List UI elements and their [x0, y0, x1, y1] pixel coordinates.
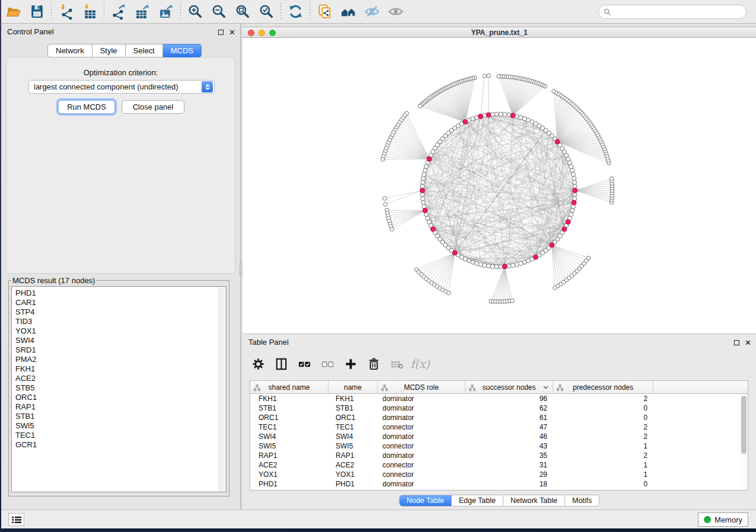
graph-node[interactable] — [511, 263, 515, 267]
mcds-result-item[interactable]: SWI5 — [15, 421, 226, 431]
graph-hub-node[interactable] — [478, 114, 483, 118]
search-input[interactable] — [614, 8, 741, 16]
graph-hub-node[interactable] — [452, 251, 457, 255]
add-column-button[interactable] — [341, 354, 361, 374]
graph-node[interactable] — [519, 116, 523, 120]
mcds-result-item[interactable]: TEC1 — [15, 431, 226, 440]
graph-hub-node[interactable] — [550, 243, 554, 248]
close-panel-icon[interactable]: ✕ — [229, 30, 235, 35]
run-mcds-button[interactable]: Run MCDS — [58, 100, 115, 114]
table-row[interactable]: FKH1FKH1dominator962 — [250, 394, 748, 403]
graph-hub-node[interactable] — [533, 255, 538, 259]
save-session-button[interactable] — [25, 2, 49, 22]
column-header-name[interactable]: name — [328, 381, 378, 394]
graph-hub-node[interactable] — [420, 188, 425, 193]
first-neighbors-button[interactable] — [336, 2, 360, 22]
memory-button[interactable]: Memory — [698, 512, 748, 527]
graph-node[interactable] — [570, 209, 575, 213]
graph-node[interactable] — [495, 112, 499, 116]
network-canvas[interactable] — [243, 38, 756, 334]
delete-column-button[interactable] — [364, 354, 384, 374]
close-window-icon[interactable] — [248, 30, 254, 36]
maximize-window-icon[interactable] — [269, 30, 276, 36]
graph-leaf-node[interactable] — [381, 158, 385, 162]
graph-node[interactable] — [479, 262, 483, 267]
table-row[interactable]: SWI5SWI5connector431 — [250, 441, 748, 451]
mcds-result-item[interactable]: YOX1 — [15, 326, 226, 336]
mcds-result-item[interactable]: SWI4 — [15, 336, 226, 345]
search-box[interactable] — [598, 5, 747, 19]
graph-hub-node[interactable] — [463, 120, 468, 124]
graph-leaf-node[interactable] — [483, 74, 487, 78]
column-header-shared-name[interactable]: shared name — [250, 381, 328, 394]
table-row[interactable]: SWI4SWI4dominator462 — [250, 432, 748, 441]
table-row[interactable]: ACE2ACE2connector311 — [250, 460, 748, 470]
delete-table-button[interactable] — [387, 354, 407, 374]
graph-leaf-node[interactable] — [586, 256, 591, 260]
mcds-result-item[interactable]: STP4 — [15, 307, 226, 317]
graph-node[interactable] — [422, 172, 426, 177]
graph-node[interactable] — [421, 200, 425, 204]
graph-node[interactable] — [474, 261, 479, 265]
graph-node[interactable] — [420, 180, 425, 184]
zoom-out-button[interactable] — [207, 2, 231, 22]
table-scrollbar-thumb[interactable] — [741, 396, 747, 454]
tab-node-table[interactable]: Node Table — [399, 495, 452, 507]
show-all-button[interactable] — [384, 2, 407, 22]
zoom-in-button[interactable] — [183, 2, 207, 22]
graph-hub-node[interactable] — [562, 227, 567, 232]
export-table-button[interactable] — [130, 2, 154, 22]
graph-leaf-node[interactable] — [610, 177, 614, 181]
deselect-all-button[interactable] — [318, 354, 337, 374]
table-scrollbar[interactable] — [740, 395, 747, 489]
mcds-list-scrollbar[interactable] — [219, 287, 226, 492]
node-table[interactable]: shared namenameMCDS rolesuccessor nodesp… — [250, 380, 748, 491]
graph-hub-node[interactable] — [573, 188, 578, 193]
tab-motifs[interactable]: Motifs — [565, 495, 599, 507]
mcds-result-item[interactable]: STB5 — [15, 383, 226, 393]
select-all-button[interactable] — [295, 354, 314, 374]
mcds-result-item[interactable]: ORC1 — [15, 393, 226, 402]
graph-node[interactable] — [483, 263, 487, 267]
minimize-window-icon[interactable] — [259, 30, 265, 36]
graph-leaf-node[interactable] — [384, 203, 388, 207]
graph-node[interactable] — [495, 265, 499, 269]
graph-node[interactable] — [421, 176, 425, 180]
graph-leaf-node[interactable] — [487, 73, 491, 78]
graph-node[interactable] — [572, 176, 576, 180]
open-file-button[interactable] — [1, 2, 25, 22]
graph-hub-node[interactable] — [555, 139, 560, 144]
graph-leaf-node[interactable] — [446, 291, 451, 295]
column-header-successor-nodes[interactable]: successor nodes — [465, 381, 553, 394]
mcds-result-item[interactable]: ACE2 — [15, 374, 226, 383]
graph-leaf-node[interactable] — [390, 227, 394, 232]
close-panel-button[interactable]: Close panel — [122, 100, 184, 114]
graph-hub-node[interactable] — [427, 156, 432, 161]
graph-leaf-node[interactable] — [497, 75, 501, 79]
graph-node[interactable] — [423, 168, 427, 172]
graph-leaf-node[interactable] — [383, 197, 387, 201]
duplicate-network-button[interactable] — [312, 2, 336, 22]
export-image-button[interactable] — [154, 2, 178, 22]
graph-node[interactable] — [515, 262, 519, 267]
import-table-button[interactable] — [78, 2, 101, 22]
graph-node[interactable] — [490, 264, 495, 268]
graph-node[interactable] — [486, 264, 490, 268]
mcds-result-item[interactable]: CAR1 — [15, 298, 226, 307]
table-row[interactable]: ORC1ORC1dominator610 — [250, 413, 748, 422]
mcds-result-list[interactable]: PHD1CAR1STP4TID3YOX1SWI4SRD1PMA2FKH1ACE2… — [11, 286, 227, 492]
zoom-fit-button[interactable] — [231, 2, 254, 22]
mcds-result-item[interactable]: SRD1 — [15, 345, 226, 355]
table-row[interactable]: STB1STB1dominator620 — [250, 403, 748, 413]
close-table-panel-icon[interactable]: ✕ — [745, 340, 751, 345]
tab-mcds[interactable]: MCDS — [163, 44, 202, 57]
graph-node[interactable] — [572, 180, 576, 184]
tab-select[interactable]: Select — [126, 44, 163, 57]
table-row[interactable]: PHD1PHD1dominator180 — [250, 479, 748, 489]
graph-hub-node[interactable] — [486, 113, 491, 117]
float-table-panel-icon[interactable] — [734, 340, 739, 345]
mcds-result-item[interactable]: FKH1 — [15, 364, 226, 374]
toggle-panes-button[interactable] — [272, 354, 291, 374]
graph-hub-node[interactable] — [430, 227, 435, 232]
mcds-result-item[interactable]: RAP1 — [15, 402, 226, 412]
